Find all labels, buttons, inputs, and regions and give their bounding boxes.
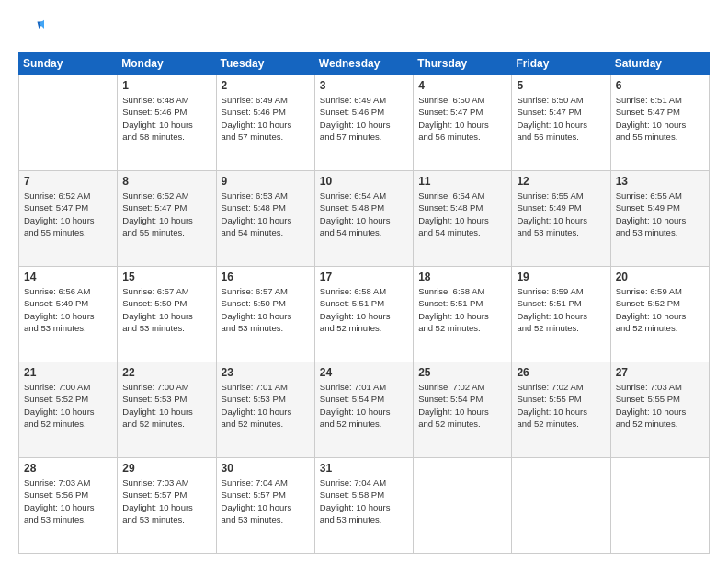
calendar-cell: 22Sunrise: 7:00 AM Sunset: 5:53 PM Dayli…: [118, 362, 216, 458]
calendar-cell: 23Sunrise: 7:01 AM Sunset: 5:53 PM Dayli…: [216, 362, 314, 458]
calendar-cell: 21Sunrise: 7:00 AM Sunset: 5:52 PM Dayli…: [19, 362, 118, 458]
week-row-4: 21Sunrise: 7:00 AM Sunset: 5:52 PM Dayli…: [19, 362, 710, 458]
day-header-wednesday: Wednesday: [314, 52, 413, 75]
day-info: Sunrise: 6:54 AM Sunset: 5:48 PM Dayligh…: [320, 190, 408, 238]
calendar-table: SundayMondayTuesdayWednesdayThursdayFrid…: [18, 52, 710, 554]
day-number: 22: [122, 366, 210, 379]
day-info: Sunrise: 6:50 AM Sunset: 5:47 PM Dayligh…: [418, 94, 506, 143]
calendar-cell: [512, 458, 610, 554]
day-number: 16: [222, 270, 310, 283]
calendar-cell: 8Sunrise: 6:52 AM Sunset: 5:47 PM Daylig…: [118, 171, 216, 267]
day-info: Sunrise: 6:55 AM Sunset: 5:49 PM Dayligh…: [616, 190, 704, 238]
day-number: 4: [418, 79, 506, 92]
calendar-cell: [610, 458, 709, 554]
calendar-cell: 18Sunrise: 6:58 AM Sunset: 5:51 PM Dayli…: [414, 267, 512, 362]
calendar-cell: 30Sunrise: 7:04 AM Sunset: 5:57 PM Dayli…: [216, 458, 314, 554]
day-info: Sunrise: 7:00 AM Sunset: 5:52 PM Dayligh…: [24, 381, 112, 430]
day-number: 13: [616, 175, 704, 188]
day-info: Sunrise: 6:59 AM Sunset: 5:52 PM Dayligh…: [616, 285, 704, 334]
day-number: 10: [320, 175, 408, 188]
day-info: Sunrise: 7:03 AM Sunset: 5:55 PM Dayligh…: [616, 381, 704, 430]
calendar-cell: 28Sunrise: 7:03 AM Sunset: 5:56 PM Dayli…: [19, 458, 118, 554]
calendar-cell: 7Sunrise: 6:52 AM Sunset: 5:47 PM Daylig…: [19, 171, 118, 267]
calendar-cell: 17Sunrise: 6:58 AM Sunset: 5:51 PM Dayli…: [314, 267, 413, 362]
day-info: Sunrise: 6:54 AM Sunset: 5:48 PM Dayligh…: [418, 190, 506, 238]
day-info: Sunrise: 6:52 AM Sunset: 5:47 PM Dayligh…: [122, 190, 210, 238]
page: SundayMondayTuesdayWednesdayThursdayFrid…: [0, 0, 728, 563]
day-number: 7: [24, 175, 112, 188]
day-info: Sunrise: 6:57 AM Sunset: 5:50 PM Dayligh…: [222, 285, 310, 334]
calendar-cell: 6Sunrise: 6:51 AM Sunset: 5:47 PM Daylig…: [610, 75, 709, 171]
week-row-3: 14Sunrise: 6:56 AM Sunset: 5:49 PM Dayli…: [19, 267, 710, 362]
calendar-cell: 20Sunrise: 6:59 AM Sunset: 5:52 PM Dayli…: [610, 267, 709, 362]
calendar-cell: [414, 458, 512, 554]
calendar-cell: 24Sunrise: 7:01 AM Sunset: 5:54 PM Dayli…: [314, 362, 413, 458]
calendar-cell: 13Sunrise: 6:55 AM Sunset: 5:49 PM Dayli…: [610, 171, 709, 267]
calendar-cell: 4Sunrise: 6:50 AM Sunset: 5:47 PM Daylig…: [414, 75, 512, 171]
day-info: Sunrise: 7:00 AM Sunset: 5:53 PM Dayligh…: [122, 381, 210, 430]
day-header-thursday: Thursday: [414, 52, 512, 75]
day-info: Sunrise: 6:58 AM Sunset: 5:51 PM Dayligh…: [320, 285, 408, 334]
day-header-tuesday: Tuesday: [216, 52, 314, 75]
day-number: 25: [418, 366, 506, 379]
day-info: Sunrise: 7:03 AM Sunset: 5:57 PM Dayligh…: [122, 477, 210, 525]
day-number: 12: [517, 175, 605, 188]
day-info: Sunrise: 6:48 AM Sunset: 5:46 PM Dayligh…: [122, 94, 210, 143]
calendar-cell: 26Sunrise: 7:02 AM Sunset: 5:55 PM Dayli…: [512, 362, 610, 458]
day-number: 30: [222, 462, 310, 475]
header-row: SundayMondayTuesdayWednesdayThursdayFrid…: [19, 52, 710, 75]
day-info: Sunrise: 7:03 AM Sunset: 5:56 PM Dayligh…: [24, 477, 112, 525]
day-number: 15: [122, 270, 210, 283]
day-number: 19: [517, 270, 605, 283]
calendar-cell: 12Sunrise: 6:55 AM Sunset: 5:49 PM Dayli…: [512, 171, 610, 267]
calendar-cell: 10Sunrise: 6:54 AM Sunset: 5:48 PM Dayli…: [314, 171, 413, 267]
day-info: Sunrise: 6:50 AM Sunset: 5:47 PM Dayligh…: [517, 94, 605, 143]
day-info: Sunrise: 6:58 AM Sunset: 5:51 PM Dayligh…: [418, 285, 506, 334]
day-number: 29: [122, 462, 210, 475]
day-info: Sunrise: 7:01 AM Sunset: 5:53 PM Dayligh…: [222, 381, 310, 430]
day-number: 21: [24, 366, 112, 379]
day-number: 5: [517, 79, 605, 92]
calendar-cell: 19Sunrise: 6:59 AM Sunset: 5:51 PM Dayli…: [512, 267, 610, 362]
day-info: Sunrise: 6:56 AM Sunset: 5:49 PM Dayligh…: [24, 285, 112, 334]
day-header-friday: Friday: [512, 52, 610, 75]
calendar-cell: 16Sunrise: 6:57 AM Sunset: 5:50 PM Dayli…: [216, 267, 314, 362]
day-number: 1: [122, 79, 210, 92]
day-number: 23: [222, 366, 310, 379]
day-header-sunday: Sunday: [19, 52, 118, 75]
day-info: Sunrise: 7:02 AM Sunset: 5:54 PM Dayligh…: [418, 381, 506, 430]
logo-icon: [18, 17, 44, 42]
week-row-1: 1Sunrise: 6:48 AM Sunset: 5:46 PM Daylig…: [19, 75, 710, 171]
day-info: Sunrise: 6:57 AM Sunset: 5:50 PM Dayligh…: [122, 285, 210, 334]
day-number: 31: [320, 462, 408, 475]
day-info: Sunrise: 6:53 AM Sunset: 5:48 PM Dayligh…: [222, 190, 310, 238]
day-info: Sunrise: 6:59 AM Sunset: 5:51 PM Dayligh…: [517, 285, 605, 334]
day-number: 26: [517, 366, 605, 379]
day-info: Sunrise: 7:01 AM Sunset: 5:54 PM Dayligh…: [320, 381, 408, 430]
day-number: 24: [320, 366, 408, 379]
calendar-cell: 11Sunrise: 6:54 AM Sunset: 5:48 PM Dayli…: [414, 171, 512, 267]
day-info: Sunrise: 6:55 AM Sunset: 5:49 PM Dayligh…: [517, 190, 605, 238]
calendar-cell: 1Sunrise: 6:48 AM Sunset: 5:46 PM Daylig…: [118, 75, 216, 171]
day-header-saturday: Saturday: [610, 52, 709, 75]
day-info: Sunrise: 7:02 AM Sunset: 5:55 PM Dayligh…: [517, 381, 605, 430]
calendar-cell: 14Sunrise: 6:56 AM Sunset: 5:49 PM Dayli…: [19, 267, 118, 362]
day-info: Sunrise: 7:04 AM Sunset: 5:57 PM Dayligh…: [222, 477, 310, 525]
day-number: 28: [24, 462, 112, 475]
calendar-cell: 27Sunrise: 7:03 AM Sunset: 5:55 PM Dayli…: [610, 362, 709, 458]
week-row-5: 28Sunrise: 7:03 AM Sunset: 5:56 PM Dayli…: [19, 458, 710, 554]
day-number: 20: [616, 270, 704, 283]
day-info: Sunrise: 6:49 AM Sunset: 5:46 PM Dayligh…: [320, 94, 408, 143]
calendar-cell: 5Sunrise: 6:50 AM Sunset: 5:47 PM Daylig…: [512, 75, 610, 171]
day-number: 17: [320, 270, 408, 283]
day-number: 6: [616, 79, 704, 92]
day-info: Sunrise: 6:52 AM Sunset: 5:47 PM Dayligh…: [24, 190, 112, 238]
calendar-cell: 15Sunrise: 6:57 AM Sunset: 5:50 PM Dayli…: [118, 267, 216, 362]
logo: [18, 17, 46, 42]
day-number: 3: [320, 79, 408, 92]
day-number: 11: [418, 175, 506, 188]
day-number: 27: [616, 366, 704, 379]
day-header-monday: Monday: [118, 52, 216, 75]
day-number: 2: [222, 79, 310, 92]
header: [18, 17, 710, 42]
